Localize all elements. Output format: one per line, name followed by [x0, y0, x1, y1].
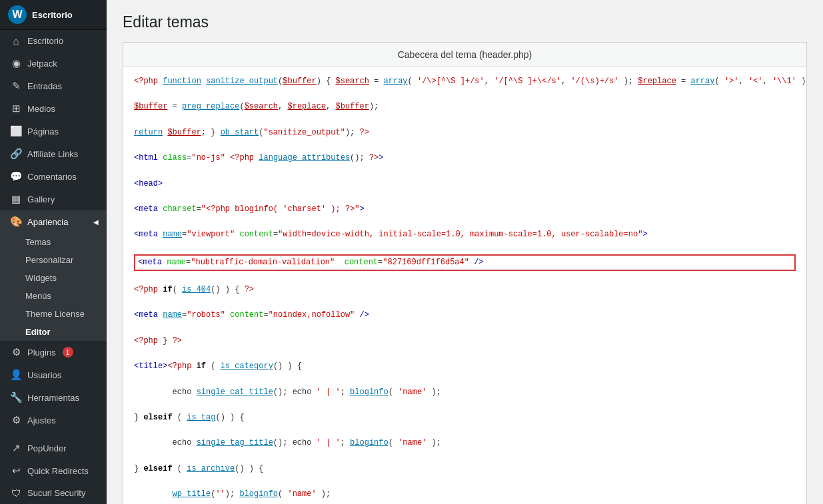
- sidebar-label: Plugins: [27, 348, 56, 358]
- editor-container: Cabecera del tema (header.php) <?php fun…: [123, 42, 807, 504]
- home-icon: ⌂: [10, 35, 22, 47]
- sidebar-item-quick-redirects[interactable]: ↩ Quick Redirects: [0, 459, 107, 482]
- sidebar-item-gallery[interactable]: ▦ Gallery: [0, 188, 107, 210]
- sidebar-item-ajustes[interactable]: ⚙ Ajustes: [0, 409, 107, 431]
- sidebar-label: Apariencia: [27, 217, 68, 227]
- page-title: Editar temas: [123, 13, 807, 31]
- sucuri-icon: 🛡: [10, 487, 22, 499]
- sidebar-item-comentarios[interactable]: 💬 Comentarios: [0, 165, 107, 188]
- sidebar-item-escritorio[interactable]: ⌂ Escritorio: [0, 30, 107, 52]
- sidebar-item-herramientas[interactable]: 🔧 Herramientas: [0, 386, 107, 409]
- popunder-icon: ↗: [10, 442, 22, 454]
- sub-item-widgets[interactable]: Widgets: [0, 269, 107, 287]
- sidebar-item-apariencia[interactable]: 🎨 Apariencia ◀: [0, 210, 107, 233]
- comentarios-icon: 💬: [10, 170, 22, 182]
- medios-icon: ⊞: [10, 103, 22, 115]
- jetpack-icon: ◉: [10, 57, 22, 69]
- sidebar-logo-text: Escritorio: [32, 10, 73, 20]
- sidebar-label: Usuarios: [27, 370, 61, 380]
- sub-item-menus[interactable]: Menús: [0, 287, 107, 305]
- sidebar-label: Entradas: [27, 81, 62, 91]
- sidebar-label: Gallery: [27, 194, 55, 204]
- sidebar-item-usuarios[interactable]: 👤 Usuarios: [0, 364, 107, 386]
- sidebar-label: Medios: [27, 104, 55, 114]
- sidebar-logo[interactable]: W Escritorio: [0, 0, 107, 30]
- code-editor[interactable]: <?php function sanitize_output($buffer) …: [123, 67, 806, 504]
- sidebar-item-affiliate-links[interactable]: 🔗 Affiliate Links: [0, 142, 107, 165]
- sidebar-item-plugins[interactable]: ⚙ Plugins 1: [0, 341, 107, 364]
- sidebar-item-entradas[interactable]: ✎ Entradas: [0, 75, 107, 97]
- entradas-icon: ✎: [10, 80, 22, 92]
- sidebar-item-jetpack[interactable]: ◉ Jetpack: [0, 52, 107, 75]
- paginas-icon: ⬜: [10, 125, 22, 137]
- main-content: Editar temas Cabecera del tema (header.p…: [107, 0, 823, 504]
- apariencia-submenu: Temas Personalizar Widgets Menús Theme L…: [0, 233, 107, 341]
- sidebar-item-popunder[interactable]: ↗ PopUnder: [0, 437, 107, 459]
- sub-item-theme-license[interactable]: Theme License: [0, 305, 107, 323]
- sidebar-item-sucuri[interactable]: 🛡 Sucuri Security: [0, 482, 107, 504]
- sidebar-label: PopUnder: [27, 443, 67, 453]
- sub-item-editor[interactable]: Editor: [0, 323, 107, 341]
- sidebar-label: Jetpack: [27, 59, 57, 69]
- collapse-arrow: ◀: [93, 218, 99, 226]
- sidebar-label: Ajustes: [27, 415, 56, 425]
- sidebar-item-paginas[interactable]: ⬜ Páginas: [0, 120, 107, 142]
- sidebar-label: Quick Redirects: [27, 466, 89, 476]
- redirects-icon: ↩: [10, 465, 22, 477]
- editor-header: Cabecera del tema (header.php): [123, 43, 806, 67]
- wp-icon: W: [8, 5, 27, 24]
- usuarios-icon: 👤: [10, 369, 22, 381]
- sidebar-label: Affiliate Links: [27, 149, 78, 159]
- sub-item-personalizar[interactable]: Personalizar: [0, 251, 107, 269]
- sidebar: W Escritorio ⌂ Escritorio ◉ Jetpack ✎ En…: [0, 0, 107, 504]
- sidebar-item-medios[interactable]: ⊞ Medios: [0, 97, 107, 120]
- sidebar-label: Escritorio: [27, 36, 63, 46]
- sidebar-label: Páginas: [27, 126, 59, 136]
- affiliate-icon: 🔗: [10, 148, 22, 160]
- herramientas-icon: 🔧: [10, 391, 22, 403]
- ajustes-icon: ⚙: [10, 414, 22, 426]
- plugins-badge: 1: [63, 347, 73, 358]
- gallery-icon: ▦: [10, 193, 22, 205]
- sub-item-temas[interactable]: Temas: [0, 233, 107, 251]
- sidebar-label: Herramientas: [27, 393, 79, 403]
- sidebar-label: Sucuri Security: [27, 488, 85, 498]
- plugins-icon: ⚙: [10, 346, 22, 358]
- apariencia-icon: 🎨: [10, 216, 22, 228]
- sidebar-label: Comentarios: [27, 172, 77, 182]
